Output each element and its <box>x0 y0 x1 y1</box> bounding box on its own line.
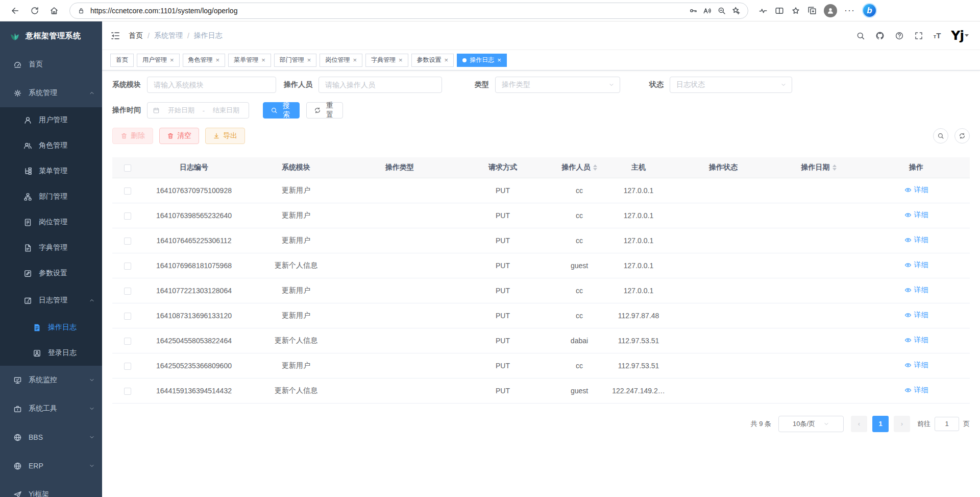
next-page-button[interactable]: › <box>894 416 910 432</box>
table-search-toggle-button[interactable] <box>933 128 948 144</box>
split-screen-icon[interactable] <box>775 6 784 15</box>
github-icon[interactable] <box>875 31 885 40</box>
sidebar-item-yi-framework[interactable]: Yi框架 <box>0 480 102 497</box>
sidebar-fold-icon[interactable] <box>110 31 120 41</box>
operator-input[interactable] <box>318 77 442 93</box>
type-select[interactable]: 操作类型 <box>495 77 620 93</box>
sort-icon[interactable] <box>593 164 597 171</box>
sidebar-item-system-tools[interactable]: 系统工具 <box>0 394 102 423</box>
sidebar-item-role-mgmt[interactable]: 角色管理 <box>0 133 102 158</box>
detail-link[interactable]: 详细 <box>904 311 928 320</box>
status-select[interactable]: 日志状态 <box>670 77 792 93</box>
sidebar-item-dept-mgmt[interactable]: 部门管理 <box>0 184 102 209</box>
date-range-picker[interactable]: 开始日期 - 结束日期 <box>147 102 249 119</box>
zoom-out-icon[interactable] <box>717 6 726 15</box>
delete-button[interactable]: 删除 <box>112 128 153 144</box>
font-size-icon[interactable]: тT <box>934 31 941 40</box>
search-button[interactable]: 搜索 <box>263 102 300 119</box>
tab-user-mgmt[interactable]: 用户管理× <box>137 54 180 67</box>
tab-menu-mgmt[interactable]: 菜单管理× <box>228 54 271 67</box>
reset-button[interactable]: 重置 <box>306 102 343 119</box>
current-page-button[interactable]: 1 <box>872 416 889 432</box>
sidebar-item-login-log[interactable]: 登录日志 <box>0 340 102 366</box>
prev-page-button[interactable]: ‹ <box>851 416 867 432</box>
sidebar-item-menu-mgmt[interactable]: 菜单管理 <box>0 158 102 184</box>
sidebar-item-param-settings[interactable]: 参数设置 <box>0 261 102 286</box>
question-icon[interactable] <box>895 31 904 40</box>
tab-close-icon[interactable]: × <box>170 57 174 63</box>
row-checkbox[interactable] <box>124 388 131 395</box>
cell-operator: dabai <box>553 328 605 353</box>
tab-role-mgmt[interactable]: 角色管理× <box>183 54 226 67</box>
browser-back-button[interactable] <box>6 2 24 19</box>
search-icon[interactable] <box>856 31 865 40</box>
row-checkbox[interactable] <box>124 263 131 270</box>
browser-essentials-icon[interactable] <box>758 6 768 15</box>
goto-page-input[interactable] <box>935 417 959 431</box>
tab-dict-mgmt[interactable]: 字典管理× <box>365 54 408 67</box>
table-refresh-button[interactable] <box>954 128 970 144</box>
row-checkbox[interactable] <box>124 338 131 345</box>
fullscreen-icon[interactable] <box>914 31 923 40</box>
collections-icon[interactable] <box>807 6 817 15</box>
export-button[interactable]: 导出 <box>205 128 245 144</box>
sort-icon[interactable] <box>832 164 837 171</box>
detail-link[interactable]: 详细 <box>904 261 928 270</box>
tab-close-icon[interactable]: × <box>399 57 403 63</box>
tab-close-icon[interactable]: × <box>353 57 357 63</box>
user-logo[interactable]: Yj <box>951 29 964 42</box>
detail-link[interactable]: 详细 <box>904 235 928 245</box>
detail-link[interactable]: 详细 <box>904 386 928 395</box>
tab-oper-log-active[interactable]: 操作日志× <box>457 54 507 67</box>
row-checkbox[interactable] <box>124 313 131 320</box>
bing-icon[interactable]: b <box>862 3 877 18</box>
start-date-placeholder[interactable]: 开始日期 <box>164 106 199 115</box>
detail-link[interactable]: 详细 <box>904 361 928 370</box>
add-favorite-icon[interactable] <box>731 6 741 15</box>
read-aloud-icon[interactable] <box>703 6 712 15</box>
tab-param-settings[interactable]: 参数设置× <box>411 54 454 67</box>
row-checkbox[interactable] <box>124 187 131 195</box>
tab-home[interactable]: 首页 <box>110 54 134 67</box>
browser-home-button[interactable] <box>45 2 63 19</box>
sidebar-item-bbs[interactable]: BBS <box>0 423 102 452</box>
clear-button[interactable]: 清空 <box>159 128 199 144</box>
sidebar-item-system-mgmt[interactable]: 系统管理 <box>0 79 102 107</box>
detail-link[interactable]: 详细 <box>904 286 928 295</box>
tab-close-icon[interactable]: × <box>216 57 220 63</box>
browser-refresh-button[interactable] <box>26 2 44 19</box>
row-checkbox[interactable] <box>124 288 131 295</box>
module-input[interactable] <box>147 77 276 93</box>
favorites-icon[interactable] <box>791 6 800 15</box>
sidebar-item-post-mgmt[interactable]: 岗位管理 <box>0 209 102 235</box>
sidebar-item-log-mgmt[interactable]: 日志管理 <box>0 286 102 315</box>
select-all-checkbox[interactable] <box>124 164 131 172</box>
breadcrumb-system[interactable]: 系统管理 <box>154 31 183 40</box>
breadcrumb-home[interactable]: 首页 <box>129 31 143 40</box>
sidebar-item-oper-log[interactable]: 操作日志 <box>0 315 102 340</box>
row-checkbox[interactable] <box>124 363 131 370</box>
sidebar-item-erp[interactable]: ERP <box>0 452 102 480</box>
sidebar-item-home[interactable]: 首页 <box>0 50 102 79</box>
tab-close-icon[interactable]: × <box>497 57 501 63</box>
detail-link[interactable]: 详细 <box>904 185 928 195</box>
row-checkbox[interactable] <box>124 238 131 245</box>
row-checkbox[interactable] <box>124 212 131 220</box>
browser-menu-icon[interactable]: ··· <box>844 5 855 16</box>
tab-close-icon[interactable]: × <box>445 57 449 63</box>
sidebar-item-user-mgmt[interactable]: 用户管理 <box>0 107 102 133</box>
sidebar-item-dict-mgmt[interactable]: 字典管理 <box>0 235 102 261</box>
tab-dept-mgmt[interactable]: 部门管理× <box>274 54 317 67</box>
url-text[interactable]: https://ccnetcore.com:1101/system/log/op… <box>90 7 683 15</box>
end-date-placeholder[interactable]: 结束日期 <box>209 106 243 115</box>
sidebar-item-system-monitor[interactable]: 系统监控 <box>0 366 102 394</box>
password-key-icon[interactable] <box>689 6 698 15</box>
browser-profile-avatar[interactable] <box>824 4 837 17</box>
tab-close-icon[interactable]: × <box>261 57 265 63</box>
tab-close-icon[interactable]: × <box>307 57 311 63</box>
address-bar[interactable]: https://ccnetcore.com:1101/system/log/op… <box>69 3 748 19</box>
detail-link[interactable]: 详细 <box>904 210 928 220</box>
detail-link[interactable]: 详细 <box>904 336 928 345</box>
page-size-select[interactable]: 10条/页 <box>778 416 844 432</box>
tab-post-mgmt[interactable]: 岗位管理× <box>320 54 362 67</box>
